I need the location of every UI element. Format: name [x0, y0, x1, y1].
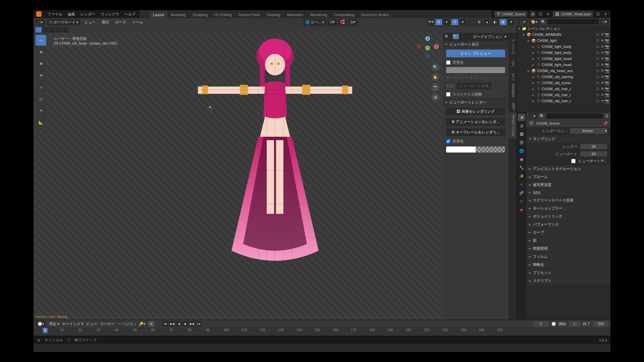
pan-icon[interactable]: ✋ — [431, 73, 439, 81]
viewport-menu-tool[interactable]: ツール — [130, 19, 145, 25]
prop-panel-header[interactable]: ブルーム — [526, 173, 610, 181]
snap-toggle[interactable]: 🧲 — [338, 19, 347, 25]
disable-toggle-icon[interactable]: 📷 — [605, 51, 609, 55]
tool-annotate[interactable]: ✎ — [36, 105, 46, 116]
exclude-toggle-icon[interactable]: ☑ — [596, 69, 600, 73]
viewport-menu-view[interactable]: ビュー — [83, 19, 98, 25]
gizmo-dropdown-icon[interactable]: ▾ — [443, 19, 450, 25]
n-tab-item[interactable]: アイテム — [508, 35, 517, 55]
viewport-denoise-checkbox[interactable] — [571, 159, 576, 163]
exclude-toggle-icon[interactable]: ☑ — [596, 45, 600, 49]
outliner-item[interactable]: ▽CHSM_light_head☑👁📷 — [517, 62, 610, 68]
hide-toggle-icon[interactable]: 👁 — [600, 45, 604, 49]
orientation-selector[interactable]: 🌐 ロー... ▾ — [303, 19, 326, 25]
navigation-gizmo[interactable]: Z Y X — [416, 36, 439, 60]
workspace-tab-layout[interactable]: Layout — [150, 11, 167, 18]
prop-panel-header[interactable]: スクリーンスペース反射 — [526, 196, 610, 204]
tool-extra[interactable]: ⋯ — [36, 129, 46, 135]
select-mode-icon[interactable] — [62, 27, 68, 33]
exclude-toggle-icon[interactable]: ☑ — [596, 99, 600, 103]
record-icon[interactable]: ● — [148, 321, 154, 326]
prop-panel-header[interactable]: スクリプト — [526, 277, 610, 285]
prop-panel-header[interactable]: SSS — [526, 189, 610, 196]
menu-window[interactable]: ウィンドウ — [99, 12, 120, 17]
workspace-tab-sculpting[interactable]: Sculpting — [189, 11, 211, 18]
new-viewlayer-icon[interactable]: ⿻ — [596, 12, 600, 16]
render-image-button[interactable]: 🖼 画像をレンダリング — [446, 108, 505, 115]
menu-file[interactable]: ファイル — [46, 12, 64, 17]
tool-transform[interactable]: ◫ — [36, 94, 46, 104]
disable-toggle-icon[interactable]: 📷 — [605, 93, 609, 97]
prop-tab-constraint[interactable]: 🔗 — [518, 189, 525, 196]
exclude-toggle-icon[interactable]: ☑ — [596, 57, 600, 61]
tool-measure[interactable]: 📐 — [36, 117, 46, 128]
hide-toggle-icon[interactable]: 👁 — [600, 69, 604, 73]
axis-neg-z-icon[interactable] — [425, 54, 430, 58]
tool-cursor[interactable]: ⊕ — [36, 47, 46, 57]
hide-toggle-icon[interactable]: 👁 — [600, 87, 604, 91]
keyframe-prev-icon[interactable]: ◆◀ — [169, 321, 175, 326]
camera-icon[interactable]: 📷 — [431, 83, 439, 91]
render-engine-dropdown[interactable]: Eevee ▾ — [570, 128, 607, 134]
scene-selector[interactable]: 🎬 CHSM_Scene — [494, 11, 528, 17]
outliner-item[interactable]: 📦CHSM_obj_head_acs☑👁📷 — [517, 68, 610, 74]
n-tab-view[interactable]: ビュー — [508, 68, 517, 81]
gizmo-toggle-icon[interactable]: ⊕ — [435, 19, 442, 25]
outliner-item[interactable]: ▽CHSM_light_body☑👁📷 — [517, 44, 610, 50]
workspace-tab-compositing[interactable]: Compositing — [330, 11, 358, 18]
panel-sampling[interactable]: サンプリング — [526, 135, 610, 143]
outliner-item[interactable]: ▽CHSM_obj_earring☑👁📷 — [517, 74, 610, 80]
n-tab-arp[interactable]: ARP — [508, 100, 517, 113]
outliner-search-input[interactable] — [547, 19, 599, 24]
workspace-tab-shading[interactable]: Shading — [263, 11, 283, 18]
outliner-display-mode[interactable]: ⬚▾ — [518, 19, 528, 25]
disable-toggle-icon[interactable]: 📷 — [605, 57, 609, 61]
outliner-item[interactable]: ▽CHSM_light_head☑👁📷 — [517, 56, 610, 62]
editor-type-icon[interactable]: ⬚▾ — [36, 19, 45, 25]
current-frame-field[interactable]: 0 — [533, 321, 548, 326]
perspective-icon[interactable]: ⊞ — [431, 93, 439, 101]
hide-toggle-icon[interactable]: 👁 — [600, 39, 604, 43]
prop-tab-particle[interactable]: ✨ — [518, 172, 525, 180]
hide-toggle-icon[interactable]: 👁 — [600, 33, 604, 37]
xray-toggle-icon[interactable]: ⬚ — [468, 19, 474, 25]
disable-toggle-icon[interactable]: 📷 — [605, 87, 609, 91]
disable-toggle-icon[interactable]: 📷 — [605, 63, 609, 67]
render-samples-value[interactable]: 64 — [580, 144, 607, 149]
outliner-item[interactable]: ▽CHSM_obj_eyesc☑👁📷 — [517, 80, 610, 86]
exclude-toggle-icon[interactable]: ☑ — [596, 93, 600, 97]
preview-range-icon[interactable]: 🕐 — [551, 322, 556, 326]
workspace-tab-uvediting[interactable]: UV Editing — [211, 11, 235, 18]
prop-panel-header[interactable]: フィルム — [526, 252, 610, 260]
render-anim-button[interactable]: ⚙ アニメーションをレンダ... — [446, 118, 505, 126]
render-keyframe-button[interactable]: ⚙ キーフレームをレンダリ... — [446, 128, 505, 136]
overlay-dropdown-icon[interactable]: ▾ — [460, 19, 466, 25]
axis-x-icon[interactable]: X — [434, 44, 439, 49]
prop-tab-material[interactable]: ◉ — [518, 206, 525, 213]
workspace-tab-rendering[interactable]: Rendering — [307, 11, 330, 18]
line-preview-button[interactable]: ライン プレビュー — [446, 50, 505, 57]
zoom-icon[interactable]: 🔍 — [431, 63, 439, 71]
exclude-toggle-icon[interactable]: ☑ — [596, 39, 600, 43]
disable-toggle-icon[interactable]: 📷 — [605, 69, 609, 73]
pose-options-label[interactable]: ポーズオプション — [473, 34, 502, 39]
range-value[interactable]: ビューポート全体 — [457, 83, 491, 89]
jump-end-icon[interactable]: ⏭ — [196, 321, 202, 326]
pivot-selector[interactable]: ⊙▾ — [328, 19, 337, 25]
exclude-toggle-icon[interactable]: ☑ — [596, 51, 600, 55]
prop-pin-toggle-icon[interactable]: 📌 — [603, 121, 608, 126]
disable-toggle-icon[interactable]: 📷 — [605, 99, 609, 103]
workspace-tab-animation[interactable]: Animation — [284, 11, 307, 18]
n-tab-sanzigen[interactable]: Sanzigen — [508, 81, 517, 100]
prop-pin-icon[interactable]: ⬚▾ — [528, 113, 538, 119]
select-box-icon[interactable] — [36, 27, 42, 33]
bg-color-swatch-2[interactable] — [446, 146, 505, 153]
exclude-toggle-icon[interactable]: ☑ — [596, 75, 600, 79]
prop-tab-world[interactable]: 🌐 — [518, 147, 525, 155]
n-tab-pencil[interactable]: Pencil+ 4 Line — [508, 112, 517, 139]
axis-neg-x-icon[interactable] — [417, 44, 421, 49]
pose-options-dropdown-icon[interactable]: ▾ — [504, 35, 506, 39]
axis-y-icon[interactable]: Y — [425, 46, 430, 50]
prop-scene-name[interactable]: CHSM_Scene — [536, 121, 600, 125]
axis-z-icon[interactable]: Z — [425, 36, 430, 41]
